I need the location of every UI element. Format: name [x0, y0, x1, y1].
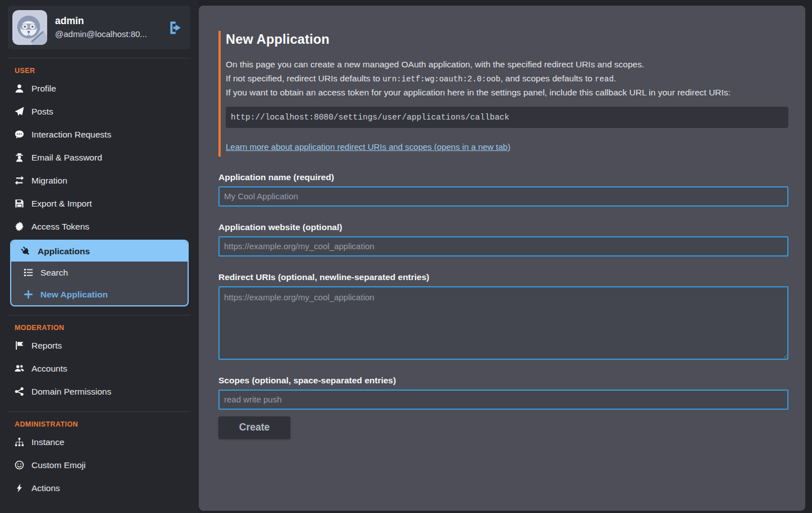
sidebar-item-label: New Application — [40, 290, 108, 300]
sidebar-item-label: Migration — [31, 176, 67, 186]
sidebar-item-applications-search[interactable]: Search — [11, 262, 188, 283]
sidebar-item-instance[interactable]: Instance — [0, 430, 199, 454]
sidebar-item-interaction-requests[interactable]: Interaction Requests — [0, 123, 199, 146]
sidebar-divider — [8, 411, 190, 412]
new-application-form: Application name (required) Application … — [218, 172, 788, 439]
sidebar-item-posts[interactable]: Posts — [0, 100, 199, 123]
flag-icon — [15, 341, 24, 350]
application-name-label: Application name (required) — [218, 172, 788, 182]
description-line-1: On this page you can create a new manage… — [226, 58, 788, 72]
sloth-avatar — [12, 10, 47, 45]
user-info: admin @admin@localhost:80... — [55, 15, 159, 40]
list-icon — [24, 268, 33, 277]
app-root: admin @admin@localhost:80... USERProfile… — [0, 0, 812, 513]
sidebar-item-migration[interactable]: Migration — [0, 169, 199, 192]
user-card: admin @admin@localhost:80... — [8, 6, 190, 49]
sidebar-item-label: Accounts — [31, 364, 67, 374]
sidebar-item-label: Custom Emoji — [31, 460, 85, 470]
sidebar-item-custom-emoji[interactable]: Custom Emoji — [0, 454, 199, 477]
application-website-label: Application website (optional) — [218, 222, 788, 232]
user-secret-icon — [15, 153, 24, 162]
plus-icon — [24, 290, 33, 299]
sidebar-item-label: Profile — [31, 84, 56, 94]
page-content: New Application On this page you can cre… — [218, 31, 788, 439]
sidebar-divider — [8, 315, 190, 315]
comment-icon — [15, 130, 24, 139]
username: admin — [55, 15, 159, 28]
paper-plane-icon — [15, 107, 24, 116]
sidebar-nav: USERProfilePostsInteraction RequestsEmai… — [0, 58, 199, 500]
sidebar-item-applications[interactable]: Applications — [11, 241, 188, 262]
sidebar-item-export-import[interactable]: Export & Import — [0, 192, 199, 215]
callback-url: http://localhost:8080/settings/user/appl… — [226, 107, 788, 128]
sidebar-item-label: Interaction Requests — [31, 130, 111, 140]
sidebar-group-applications: ApplicationsSearchNew Application — [10, 240, 189, 306]
sidebar-item-access-tokens[interactable]: Access Tokens — [0, 215, 199, 238]
description-line-2: If not specified, redirect URIs defaults… — [226, 72, 788, 86]
sidebar-item-label: Domain Permissions — [31, 387, 111, 397]
sidebar-item-profile[interactable]: Profile — [0, 77, 199, 100]
main-panel: New Application On this page you can cre… — [199, 6, 805, 511]
sidebar-item-label: Reports — [31, 341, 62, 351]
sidebar-item-label: Search — [40, 268, 68, 278]
create-button[interactable]: Create — [218, 416, 290, 439]
redirect-uris-textarea[interactable] — [218, 286, 788, 360]
sidebar-item-email-password[interactable]: Email & Password — [0, 146, 199, 169]
sidebar-item-label: Email & Password — [31, 153, 102, 163]
page-header: New Application On this page you can cre… — [218, 31, 788, 157]
user-icon — [15, 84, 24, 93]
plug-icon — [21, 246, 30, 256]
user-handle: @admin@localhost:80... — [55, 28, 159, 41]
sidebar-item-reports[interactable]: Reports — [0, 334, 199, 357]
application-website-input[interactable] — [218, 236, 788, 256]
application-name-input[interactable] — [218, 186, 788, 207]
docs-link[interactable]: Learn more about application redirect UR… — [226, 142, 510, 152]
sidebar-item-label: Export & Import — [31, 199, 92, 209]
application-website-field-group: Application website (optional) — [218, 222, 788, 256]
sidebar-item-new-application[interactable]: New Application — [11, 283, 188, 305]
sidebar: admin @admin@localhost:80... USERProfile… — [0, 0, 199, 513]
nav-section-administration: ADMINISTRATION — [15, 420, 199, 428]
sidebar-item-label: Instance — [31, 437, 65, 447]
sign-out-icon[interactable] — [167, 20, 183, 35]
inline-code-oob: urn:ietf:wg:oauth:2.0:oob — [382, 75, 500, 84]
scopes-input[interactable] — [218, 390, 788, 410]
sidebar-item-label: Posts — [31, 107, 53, 117]
users-icon — [15, 364, 24, 373]
bolt-icon — [15, 483, 24, 493]
sidebar-item-label: Access Tokens — [31, 222, 89, 232]
nav-section-moderation: MODERATION — [15, 324, 199, 332]
application-name-field-group: Application name (required) — [218, 172, 788, 207]
redirect-uris-field-group: Redirect URIs (optional, newline-separat… — [218, 272, 788, 360]
inline-code-read: read — [595, 75, 614, 84]
nav-section-user: USER — [15, 67, 199, 75]
floppy-icon — [15, 199, 24, 208]
scopes-label: Scopes (optional, space-separated entrie… — [218, 375, 788, 386]
description-line-3: If you want to obtain an access token fo… — [226, 86, 788, 100]
page-title: New Application — [226, 32, 788, 47]
share-nodes-icon — [15, 387, 24, 396]
sitemap-icon — [15, 437, 24, 447]
sidebar-item-accounts[interactable]: Accounts — [0, 357, 199, 380]
sidebar-item-domain-permissions[interactable]: Domain Permissions — [0, 380, 199, 403]
exchange-icon — [15, 176, 24, 185]
smile-icon — [15, 460, 24, 470]
sidebar-divider — [8, 58, 190, 58]
redirect-uris-label: Redirect URIs (optional, newline-separat… — [218, 272, 788, 282]
certificate-icon — [15, 222, 24, 231]
sidebar-item-actions[interactable]: Actions — [0, 477, 199, 500]
sidebar-item-label: Applications — [38, 246, 90, 256]
sidebar-item-label: Actions — [31, 483, 60, 493]
scopes-field-group: Scopes (optional, space-separated entrie… — [218, 375, 788, 410]
